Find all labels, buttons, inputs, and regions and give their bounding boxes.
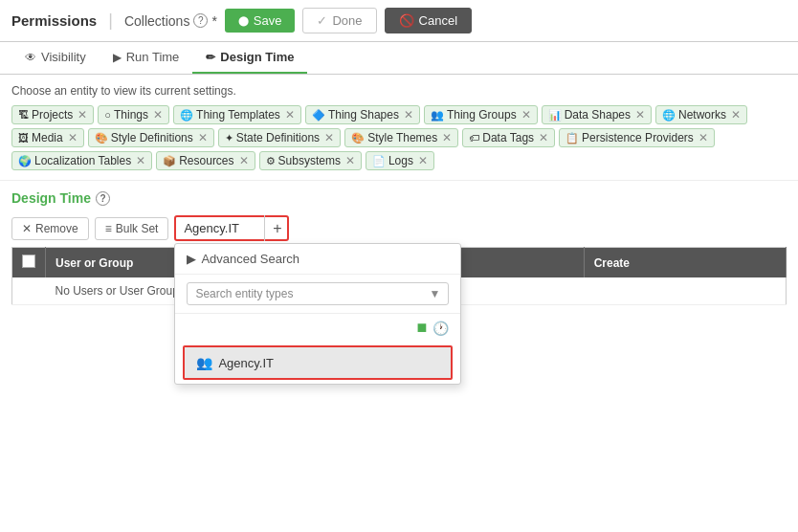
collections-help-icon[interactable]: ? <box>193 13 208 28</box>
save-button[interactable]: Save <box>225 9 296 33</box>
tab-design-time[interactable]: ✏ Design Time <box>192 42 307 74</box>
chip-close-data-shapes[interactable]: ✕ <box>635 108 645 122</box>
collections-label: Collections <box>124 13 189 29</box>
chip-close-logs[interactable]: ✕ <box>418 154 428 167</box>
chip-style-definitions: 🎨 Style Definitions ✕ <box>88 128 214 147</box>
header-collections: Collections ? * <box>124 13 217 29</box>
search-box: Agency.IT + ▶ Advanced Search Search ent… <box>174 215 289 241</box>
chip-thing-groups: 👥 Thing Groups ✕ <box>424 105 538 124</box>
row-checkbox-cell <box>12 277 46 305</box>
header-title: Permissions <box>11 12 97 29</box>
chip-close-resources[interactable]: ✕ <box>239 154 249 167</box>
cancel-button[interactable]: 🚫 Cancel <box>385 8 472 33</box>
bulk-icon: ≡ <box>105 222 112 235</box>
dropdown-icons-row: ■ 🕐 <box>175 314 460 342</box>
chip-close-thing-templates[interactable]: ✕ <box>285 108 295 122</box>
chip-thing-shapes: 🔷 Thing Shapes ✕ <box>305 105 420 124</box>
tab-run-time-label: Run Time <box>126 50 180 64</box>
entity-label: Choose an entity to view its current set… <box>11 84 787 98</box>
section-title-text: Design Time <box>11 190 91 206</box>
chip-localization-tables: 🌍 Localization Tables ✕ <box>11 151 152 170</box>
chip-style-themes: 🎨 Style Themes ✕ <box>344 128 458 147</box>
search-dropdown: ▶ Advanced Search Search entity types ▼ … <box>174 243 461 385</box>
tab-run-time[interactable]: ▶ Run Time <box>100 42 193 74</box>
search-add-button[interactable]: + <box>264 215 289 241</box>
search-entity-types-input[interactable]: Search entity types ▼ <box>187 282 449 305</box>
chip-subsystems: ⚙ Subsystems ✕ <box>259 151 362 170</box>
tab-design-time-label: Design Time <box>220 50 294 64</box>
chip-data-shapes: 📊 Data Shapes ✕ <box>542 105 652 124</box>
cancel-label: Cancel <box>419 13 457 28</box>
chip-media: 🖼 Media ✕ <box>11 128 84 147</box>
chip-close-thing-groups[interactable]: ✕ <box>521 108 531 122</box>
done-label: Done <box>332 13 362 28</box>
clock-icon: 🕐 <box>432 321 449 336</box>
entity-area: Choose an entity to view its current set… <box>0 75 798 181</box>
done-button[interactable]: ✓ Done <box>302 8 376 33</box>
chip-close-persistence-providers[interactable]: ✕ <box>698 131 708 144</box>
chip-things: ○ Things ✕ <box>98 105 169 124</box>
chip-close-style-themes[interactable]: ✕ <box>442 131 452 144</box>
toolbar: ✕ Remove ≡ Bulk Set Agency.IT + ▶ Advanc… <box>0 210 798 247</box>
chip-close-state-definitions[interactable]: ✕ <box>324 131 334 144</box>
agency-result-label: Agency.IT <box>218 356 274 370</box>
chips-container: 🏗 Projects ✕ ○ Things ✕ 🌐 Thing Template… <box>11 105 787 170</box>
search-entity-types-placeholder: Search entity types <box>195 287 293 300</box>
col-checkbox <box>12 248 46 278</box>
collections-asterisk: * <box>211 13 216 29</box>
save-label: Save <box>254 13 282 28</box>
header-separator: | <box>108 11 113 31</box>
chip-close-localization-tables[interactable]: ✕ <box>136 154 145 167</box>
tab-visibility[interactable]: 👁 Visibility <box>11 42 100 74</box>
chip-close-networks[interactable]: ✕ <box>731 108 741 122</box>
header-checkbox[interactable] <box>22 255 35 268</box>
tab-visibility-label: Visibility <box>41 50 86 64</box>
design-time-help-icon[interactable]: ? <box>96 191 110 206</box>
design-time-icon: ✏ <box>206 51 215 64</box>
green-square-icon: ■ <box>417 318 428 338</box>
chip-projects: 🏗 Projects ✕ <box>11 105 94 124</box>
chevron-right-icon: ▶ <box>187 252 196 266</box>
chip-logs: 📄 Logs ✕ <box>366 151 434 170</box>
run-time-icon: ▶ <box>113 51 122 64</box>
chip-networks: 🌐 Networks ✕ <box>655 105 747 124</box>
agency-icon: 👥 <box>196 355 212 370</box>
advanced-search-item[interactable]: ▶ Advanced Search <box>175 244 460 275</box>
remove-x-icon: ✕ <box>22 222 32 235</box>
chip-thing-templates: 🌐 Thing Templates ✕ <box>173 105 301 124</box>
chip-close-projects[interactable]: ✕ <box>78 108 87 122</box>
chip-close-media[interactable]: ✕ <box>68 131 78 144</box>
bulk-label: Bulk Set <box>116 222 159 235</box>
chip-state-definitions: ✦ State Definitions ✕ <box>218 128 341 147</box>
row-create-cell <box>584 277 786 305</box>
chip-close-subsystems[interactable]: ✕ <box>345 154 355 167</box>
search-input-value: Agency.IT <box>184 221 239 235</box>
dropdown-chevron-icon: ▼ <box>430 287 441 300</box>
tabs-bar: 👁 Visibility ▶ Run Time ✏ Design Time <box>0 42 798 75</box>
chip-close-data-tags[interactable]: ✕ <box>539 131 548 144</box>
advanced-search-label: Advanced Search <box>201 252 299 266</box>
empty-message: No Users or User Groups <box>55 284 185 298</box>
chip-persistence-providers: 📋 Persistence Providers ✕ <box>559 128 715 147</box>
chip-close-style-definitions[interactable]: ✕ <box>198 131 208 144</box>
header: Permissions | Collections ? * Save ✓ Don… <box>0 0 798 42</box>
bulk-set-button[interactable]: ≡ Bulk Set <box>95 217 169 240</box>
remove-button[interactable]: ✕ Remove <box>11 217 89 240</box>
chip-close-thing-shapes[interactable]: ✕ <box>404 108 413 122</box>
chip-close-things[interactable]: ✕ <box>153 108 163 122</box>
col-create: Create <box>584 248 786 278</box>
dropdown-search-row: Search entity types ▼ <box>175 275 460 314</box>
chip-resources: 📦 Resources ✕ <box>156 151 255 170</box>
dropdown-result-agency[interactable]: 👥 Agency.IT <box>183 345 453 380</box>
remove-label: Remove <box>35 222 78 235</box>
visibility-icon: 👁 <box>25 51 36 64</box>
section-title: Design Time ? <box>0 181 798 210</box>
chip-data-tags: 🏷 Data Tags ✕ <box>462 128 555 147</box>
